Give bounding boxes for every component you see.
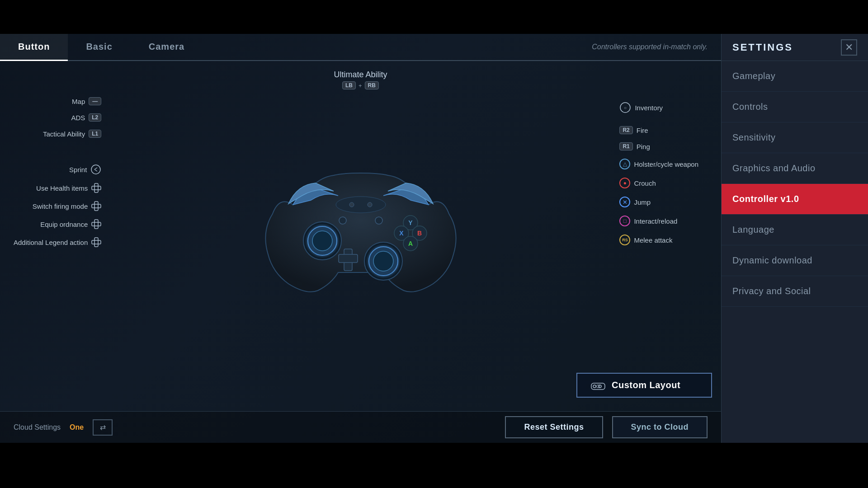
svg-rect-23 xyxy=(92,186,101,190)
sidebar-item-dynamic[interactable]: Dynamic download xyxy=(722,245,868,276)
black-bar-bottom xyxy=(0,443,868,488)
sidebar-item-controls[interactable]: Controls xyxy=(722,92,868,122)
sidebar-item-privacy[interactable]: Privacy and Social xyxy=(722,276,868,307)
svg-rect-26 xyxy=(94,220,98,229)
svg-rect-25 xyxy=(92,204,101,208)
svg-point-34 xyxy=(599,385,601,388)
black-bar-top xyxy=(0,0,868,34)
dpad-icon-ordnance xyxy=(91,219,101,229)
svg-point-1 xyxy=(349,202,354,207)
label-sprint: Sprint xyxy=(69,164,101,175)
center-panel: Button Basic Camera Controllers supporte… xyxy=(0,34,722,443)
label-ads: ADS L2 xyxy=(71,113,101,122)
svg-rect-29 xyxy=(92,240,101,244)
cloud-settings-value: One xyxy=(70,423,84,432)
svg-text:Y: Y xyxy=(408,219,413,226)
settings-title: SETTINGS xyxy=(732,42,793,53)
svg-point-10 xyxy=(373,251,393,271)
close-button[interactable]: ✕ xyxy=(841,39,857,56)
label-inventory: ○ Inventory xyxy=(619,102,663,113)
svg-text:A: A xyxy=(408,240,412,247)
sidebar-item-gameplay[interactable]: Gameplay xyxy=(722,61,868,92)
svg-point-7 xyxy=(312,231,332,251)
sidebar-item-controller[interactable]: Controller v1.0 xyxy=(722,184,868,215)
close-icon: ✕ xyxy=(845,42,853,53)
tab-camera[interactable]: Camera xyxy=(131,34,203,61)
triangle-btn: △ xyxy=(619,159,630,169)
svg-point-3 xyxy=(339,217,346,224)
right-labels: ○ Inventory R2 Fire R1 Ping △ Holst xyxy=(619,102,698,245)
svg-text:X: X xyxy=(399,230,404,237)
label-melee: RS Melee attack xyxy=(619,235,672,245)
tabs-note: Controllers supported in-match only. xyxy=(203,34,721,60)
svg-rect-28 xyxy=(94,238,98,247)
ultimate-label: Ultimate Ability LB + RB xyxy=(334,70,387,89)
svg-rect-22 xyxy=(94,183,98,192)
dpad-icon-health xyxy=(91,183,101,193)
settings-sidebar: SETTINGS ✕ Gameplay Controls Sensitivity… xyxy=(722,34,868,443)
cross-btn: ✕ xyxy=(619,197,630,207)
sidebar-item-graphics[interactable]: Graphics and Audio xyxy=(722,153,868,184)
label-map: Map — xyxy=(72,97,101,105)
svg-rect-27 xyxy=(92,222,101,226)
tab-basic[interactable]: Basic xyxy=(68,34,130,61)
tabs-bar: Button Basic Camera Controllers supporte… xyxy=(0,34,721,61)
label-interact: □ Interact/reload xyxy=(619,216,677,226)
controller-area: Ultimate Ability LB + RB xyxy=(0,61,721,411)
tab-button[interactable]: Button xyxy=(0,34,68,61)
label-health: Use Health items xyxy=(36,183,101,193)
dpad-icon-legend xyxy=(91,237,101,247)
custom-layout-button[interactable]: Custom Layout xyxy=(576,373,712,398)
label-fire: R2 Fire xyxy=(619,126,648,134)
svg-point-21 xyxy=(91,165,100,174)
cloud-settings-label: Cloud Settings xyxy=(14,423,61,432)
inventory-icon: ○ xyxy=(619,102,631,113)
label-legend: Additional Legend action xyxy=(14,237,101,247)
bottom-bar: Cloud Settings One ⇄ Reset Settings Sync… xyxy=(0,411,721,443)
controller-image: Y X B A xyxy=(248,150,474,322)
stick-icon xyxy=(90,164,101,175)
label-crouch: ● Crouch xyxy=(619,178,656,188)
svg-rect-12 xyxy=(339,254,358,263)
dpad-icon-firingmode xyxy=(91,201,101,211)
main-area: Button Basic Camera Controllers supporte… xyxy=(0,34,868,443)
svg-point-0 xyxy=(336,197,386,213)
reset-settings-button[interactable]: Reset Settings xyxy=(505,416,603,438)
svg-point-33 xyxy=(593,385,596,388)
label-jump: ✕ Jump xyxy=(619,197,651,207)
sync-to-cloud-button[interactable]: Sync to Cloud xyxy=(612,416,708,438)
circle-btn: ● xyxy=(619,178,630,188)
label-firingmode: Switch firing mode xyxy=(33,201,102,211)
ultimate-combo: LB + RB xyxy=(334,81,387,89)
cloud-sync-icon-button[interactable]: ⇄ xyxy=(93,419,113,436)
left-labels: Map — ADS L2 Tactical Ability L1 Sprint xyxy=(14,97,101,247)
svg-text:B: B xyxy=(417,230,421,237)
controller-small-icon xyxy=(591,380,605,390)
sidebar-item-language[interactable]: Language xyxy=(722,215,868,245)
rs-btn: RS xyxy=(619,235,630,245)
label-ping: R1 Ping xyxy=(619,142,650,150)
svg-point-4 xyxy=(375,217,382,224)
label-holster: △ Holster/cycle weapon xyxy=(619,159,698,169)
settings-header: SETTINGS ✕ xyxy=(722,34,868,61)
label-ordnance: Equip ordnance xyxy=(40,219,101,229)
label-tactical: Tactical Ability L1 xyxy=(43,130,101,138)
svg-point-2 xyxy=(368,202,372,207)
square-btn: □ xyxy=(619,216,630,226)
sidebar-item-sensitivity[interactable]: Sensitivity xyxy=(722,122,868,153)
svg-text:○: ○ xyxy=(624,105,627,110)
svg-rect-24 xyxy=(94,202,98,211)
